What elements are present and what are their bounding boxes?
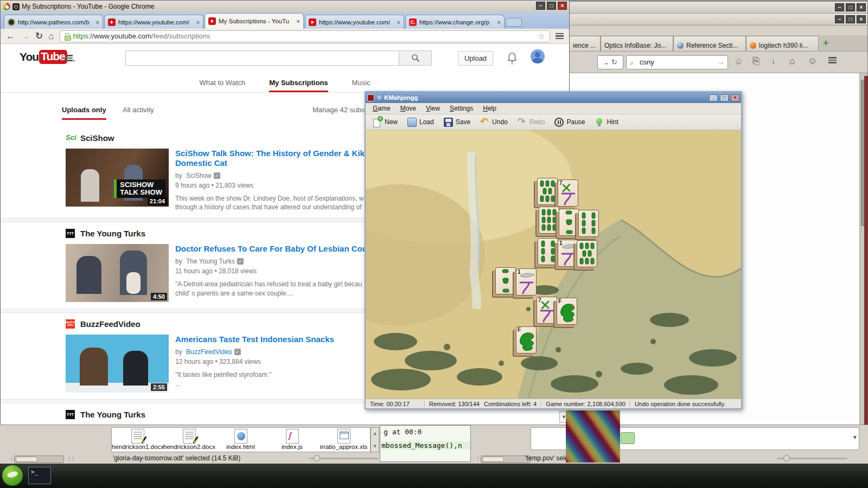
tab-close-icon[interactable]: × — [96, 19, 99, 25]
nav-item-music[interactable]: Music — [352, 79, 371, 92]
maximize-button[interactable]: □ — [720, 94, 729, 101]
downloads-icon[interactable]: ↓ — [771, 56, 776, 67]
forward-button[interactable]: → — [21, 31, 30, 41]
mahjong-tile[interactable]: 7 — [558, 179, 578, 207]
file-list-scroll-buttons[interactable]: ∧∨ — [371, 427, 379, 452]
youtube-search-input[interactable] — [125, 50, 399, 66]
browser-tab[interactable]: My Subscriptions - YouTu× — [205, 13, 304, 29]
channel-link[interactable]: SciShow — [186, 172, 212, 179]
toolbar-load-button[interactable]: Load — [404, 117, 438, 128]
feed-tab-uploads-only[interactable]: Uploads only — [62, 106, 106, 120]
menu-view[interactable]: View — [422, 104, 444, 113]
firefox-titlebar-1[interactable]: – □ × — [569, 2, 867, 14]
browser-tab[interactable]: Optics InfoBase: Jo... — [601, 36, 673, 51]
channel-name[interactable]: SciShow — [80, 133, 114, 143]
feed-tab-all-activity[interactable]: All activity — [123, 106, 154, 114]
account-avatar[interactable] — [531, 49, 545, 63]
menu-move[interactable]: Move — [397, 104, 420, 113]
browser-tab[interactable]: https://www.youtube.com/× — [305, 15, 404, 29]
minimize-button[interactable]: – — [835, 15, 844, 23]
reload-button[interactable]: ↻ — [35, 31, 43, 41]
file-item[interactable]: ʃindex.js — [266, 428, 318, 452]
youtube-logo[interactable]: YouTube — [20, 50, 67, 64]
minimize-button[interactable]: – — [835, 3, 844, 11]
left-panel-scrollbar[interactable]: 〈〈〉 — [8, 455, 77, 463]
maximize-button[interactable]: □ — [846, 15, 855, 23]
toolbar-hint-button[interactable]: Hint — [591, 117, 622, 128]
menu-help[interactable]: Help — [479, 104, 500, 113]
file-item[interactable]: hendrickson2.docx — [163, 428, 215, 452]
close-button[interactable]: × — [558, 2, 567, 10]
menu-game[interactable]: Game — [369, 104, 394, 113]
toolbar-new-button[interactable]: New — [369, 117, 401, 128]
mahjong-tile[interactable] — [578, 210, 599, 237]
firefox-search-input[interactable]: ⌕ csny → — [626, 55, 728, 69]
bookmark-star-icon[interactable]: ☆ — [735, 56, 743, 67]
address-bar[interactable]: https://www.youtube.com/feed/subscriptio… — [60, 30, 550, 42]
back-button[interactable]: ← — [6, 31, 15, 41]
clipboard-icon[interactable]: ⎘ — [752, 56, 760, 67]
mahjong-tile[interactable]: 7 — [537, 297, 557, 324]
chrome-titlebar[interactable]: My Subscriptions - YouTube - Google Chro… — [1, 1, 569, 12]
close-button[interactable]: × — [857, 15, 866, 23]
tab-close-icon[interactable]: × — [297, 18, 300, 24]
menu-icon[interactable] — [828, 56, 837, 65]
toolbar-undo-button[interactable]: ↶Undo — [476, 117, 512, 128]
tab-close-icon[interactable]: × — [397, 19, 400, 25]
mahjong-tile[interactable]: 1 — [558, 240, 578, 267]
file-item[interactable]: hendrickson1.docx — [112, 428, 163, 452]
mahjong-tile[interactable]: F — [557, 298, 577, 325]
video-thumbnail[interactable]: 2:55 — [66, 335, 169, 393]
bookmark-star-icon[interactable]: ☆ — [538, 31, 545, 41]
urlbar-dropdown[interactable]: ⌄ ↻ — [597, 55, 623, 69]
menu-settings[interactable]: Settings — [446, 104, 477, 113]
channel-link[interactable]: BuzzFeedVideo — [186, 348, 232, 356]
channel-name[interactable]: The Young Turks — [80, 410, 145, 419]
tab-close-icon[interactable]: × — [196, 19, 200, 25]
mahjong-tile[interactable]: F — [516, 326, 537, 354]
mahjong-tile[interactable] — [537, 178, 558, 205]
nav-item-my-subscriptions[interactable]: My Subscriptions — [269, 79, 328, 92]
new-tab-button[interactable] — [506, 18, 522, 27]
video-thumbnail[interactable]: 4:50 — [66, 244, 169, 302]
feedback-smiley-icon[interactable]: ☺ — [808, 56, 817, 67]
channel-name[interactable]: The Young Turks — [80, 229, 145, 238]
close-button[interactable]: × — [857, 3, 866, 11]
youtube-search-button[interactable] — [399, 50, 432, 66]
browser-tab[interactable]: https://www.youtube.com/× — [104, 15, 203, 29]
chevron-down-icon[interactable]: ▼ — [852, 434, 858, 440]
mahjong-tile[interactable]: 1 — [516, 268, 537, 296]
upload-button[interactable]: Upload — [458, 51, 493, 66]
channel-name[interactable]: BuzzFeedVideo — [80, 319, 141, 329]
new-tab-button[interactable]: + — [819, 35, 833, 51]
channel-link[interactable]: The Young Turks — [186, 258, 235, 265]
minimize-button[interactable]: _ — [709, 94, 718, 101]
mahjong-tile[interactable] — [539, 207, 559, 234]
mahjong-tile[interactable] — [538, 238, 558, 265]
selected-file-highlight[interactable] — [621, 432, 635, 444]
toolbar-save-button[interactable]: Save — [440, 117, 474, 128]
browser-tab[interactable]: logitech h390 li... — [746, 36, 819, 51]
file-item[interactable]: irratio_approx.xls — [318, 428, 369, 452]
application-launcher-button[interactable] — [2, 465, 23, 486]
close-button[interactable]: × — [731, 94, 739, 101]
chrome-menu-icon[interactable] — [556, 32, 564, 41]
minimize-button[interactable]: – — [536, 2, 545, 10]
mahjong-tile[interactable] — [559, 209, 579, 236]
left-panel-slider[interactable] — [309, 458, 379, 459]
mahjong-tile[interactable] — [577, 240, 597, 267]
tab-close-icon[interactable]: × — [497, 19, 501, 25]
nav-item-what-to-watch[interactable]: What to Watch — [199, 79, 245, 92]
browser-tab[interactable]: Reference Secti... — [673, 36, 746, 51]
right-panel-slider[interactable] — [777, 458, 847, 459]
terminal-icon[interactable]: >_ — [28, 467, 51, 484]
guide-menu-icon[interactable]: ▾ — [65, 54, 75, 65]
browser-tab[interactable]: C.https://www.change.org/p× — [405, 15, 505, 29]
browser-tab[interactable]: ience ... — [569, 36, 601, 51]
kmahjongg-titlebar[interactable]: ⚙ KMahjongg _ □ × — [366, 92, 741, 103]
toolbar-pause-button[interactable]: Pause — [551, 117, 589, 128]
firefox-titlebar-2[interactable]: – □ × — [569, 14, 867, 25]
maximize-button[interactable]: □ — [547, 2, 556, 10]
video-thumbnail[interactable]: SCISHOWTALK SHOW21:04 — [66, 149, 169, 207]
file-item[interactable]: index.html — [215, 428, 266, 452]
